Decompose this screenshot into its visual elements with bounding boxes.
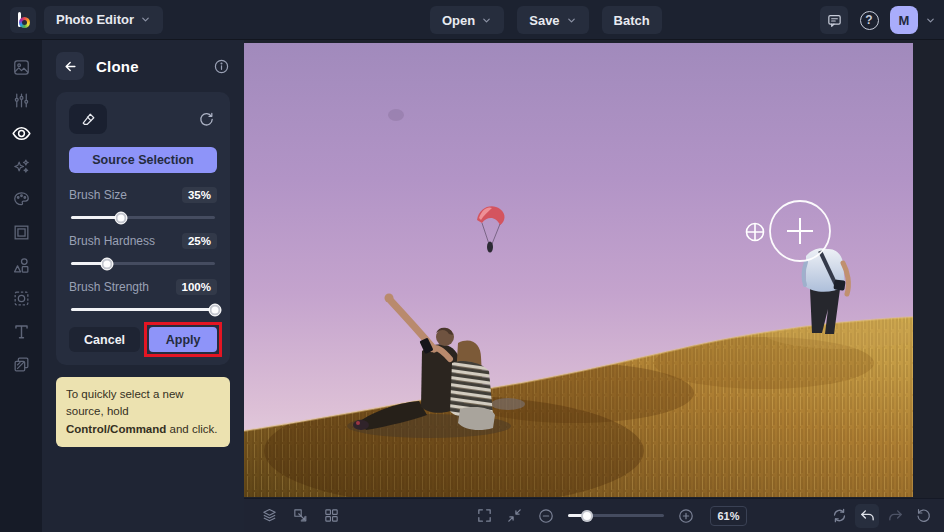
- save-button[interactable]: Save: [517, 6, 588, 34]
- sidebar-item-overlays[interactable]: [0, 282, 42, 315]
- workspace: [244, 40, 944, 498]
- open-label: Open: [442, 13, 475, 28]
- account-chevron-icon[interactable]: [925, 15, 936, 26]
- layers-icon: [261, 507, 278, 524]
- zoom-level-readout: 61%: [710, 506, 747, 526]
- brush-strength-label: Brush Strength: [69, 280, 149, 294]
- history-button[interactable]: [911, 504, 935, 528]
- redo-button[interactable]: [883, 504, 907, 528]
- overlays-icon: [12, 289, 31, 308]
- eraser-icon: [80, 111, 97, 128]
- photo-edit-icon: [12, 58, 31, 77]
- batch-label: Batch: [614, 13, 650, 28]
- logo-hole: [22, 20, 27, 25]
- layers-button[interactable]: [257, 504, 281, 528]
- sidebar-item-frames[interactable]: [0, 216, 42, 249]
- tooltip-text-bold: Control/Command: [66, 423, 166, 435]
- brush-hardness-value: 25%: [182, 233, 217, 249]
- brush-strength-group: Brush Strength 100%: [69, 279, 217, 311]
- compare-icon: [831, 507, 848, 524]
- back-arrow-icon: [63, 59, 78, 74]
- help-button[interactable]: ?: [855, 6, 883, 34]
- zoom-out-button[interactable]: [534, 504, 558, 528]
- chevron-down-icon: [481, 15, 492, 26]
- batch-button[interactable]: Batch: [602, 6, 662, 34]
- fit-screen-icon: [506, 507, 523, 524]
- save-label: Save: [529, 13, 559, 28]
- brush-hardness-slider[interactable]: [71, 262, 215, 265]
- status-toolbar: 61%: [244, 498, 944, 532]
- fit-screen-button[interactable]: [502, 504, 526, 528]
- canvas-photo[interactable]: [244, 43, 913, 497]
- brush-hardness-handle[interactable]: [101, 257, 114, 270]
- sidebar-item-text[interactable]: [0, 315, 42, 348]
- app-switcher-button[interactable]: Photo Editor: [44, 6, 163, 34]
- fullscreen-button[interactable]: [472, 504, 496, 528]
- frames-icon: [12, 223, 31, 242]
- sidebar-item-edit[interactable]: [0, 51, 42, 84]
- brush-size-handle[interactable]: [115, 211, 128, 224]
- touch-up-eye-icon: [11, 123, 32, 144]
- sidebar-item-textures[interactable]: [0, 348, 42, 381]
- open-button[interactable]: Open: [430, 6, 504, 34]
- sidebar-item-effects[interactable]: [0, 150, 42, 183]
- grid-view-button[interactable]: [319, 504, 343, 528]
- reset-button[interactable]: [196, 109, 217, 130]
- panel-title: Clone: [96, 58, 139, 75]
- adjustments-icon: [12, 91, 31, 110]
- zoom-slider-handle[interactable]: [581, 510, 593, 522]
- clone-panel: Clone Source Selection Brush Size: [42, 40, 244, 532]
- eraser-tool-button[interactable]: [69, 104, 107, 134]
- clone-source-marker: [746, 223, 764, 241]
- source-selection-button[interactable]: Source Selection: [69, 147, 217, 173]
- cancel-button[interactable]: Cancel: [69, 327, 140, 352]
- brush-size-value: 35%: [182, 187, 217, 203]
- zoom-in-button[interactable]: [674, 504, 698, 528]
- avatar[interactable]: M: [890, 6, 918, 34]
- tooltip-text-post: and click.: [166, 423, 217, 435]
- textures-icon: [12, 355, 31, 374]
- resize-icon: [292, 507, 309, 524]
- avatar-initial: M: [899, 13, 910, 28]
- chevron-down-icon: [140, 14, 151, 25]
- reset-refresh-icon: [198, 111, 215, 128]
- brush-size-group: Brush Size 35%: [69, 187, 217, 219]
- feedback-chat-icon: [826, 12, 843, 29]
- undo-button[interactable]: [855, 504, 879, 528]
- undo-icon: [859, 507, 876, 524]
- brush-strength-value: 100%: [176, 279, 217, 295]
- apply-button[interactable]: Apply: [149, 327, 217, 352]
- brush-hardness-group: Brush Hardness 25%: [69, 233, 217, 265]
- back-button[interactable]: [56, 52, 84, 80]
- sidebar-item-graphics[interactable]: [0, 249, 42, 282]
- tool-rail: [0, 40, 42, 532]
- clone-settings-card: Source Selection Brush Size 35% Brush Ha…: [56, 92, 230, 365]
- tooltip-text-pre: To quickly select a new source, hold: [66, 388, 184, 417]
- sidebar-item-adjust[interactable]: [0, 84, 42, 117]
- zoom-slider[interactable]: [568, 514, 664, 517]
- brush-size-label: Brush Size: [69, 188, 127, 202]
- artsy-palette-icon: [12, 190, 31, 209]
- feedback-chat-button[interactable]: [820, 6, 848, 34]
- app-title: Photo Editor: [56, 12, 134, 27]
- help-icon: ?: [860, 11, 879, 30]
- brush-hardness-label: Brush Hardness: [69, 234, 155, 248]
- fullscreen-icon: [476, 507, 493, 524]
- chevron-down-icon: [566, 15, 577, 26]
- photo-scene: [244, 43, 913, 497]
- resize-button[interactable]: [288, 504, 312, 528]
- compare-button[interactable]: [827, 504, 851, 528]
- brush-size-slider[interactable]: [71, 216, 215, 219]
- befunky-logo[interactable]: [10, 7, 36, 33]
- redo-icon: [887, 507, 904, 524]
- zoom-out-icon: [537, 507, 555, 525]
- top-bar: Photo Editor Open Save Batch ? M: [0, 0, 944, 40]
- brush-strength-handle[interactable]: [209, 303, 222, 316]
- zoom-in-icon: [677, 507, 695, 525]
- brush-strength-slider[interactable]: [71, 308, 215, 311]
- graphics-shapes-icon: [12, 256, 31, 275]
- hint-tooltip: To quickly select a new source, hold Con…: [56, 377, 230, 447]
- sidebar-item-artsy[interactable]: [0, 183, 42, 216]
- sidebar-item-touch-up[interactable]: [0, 117, 42, 150]
- info-button[interactable]: [213, 58, 230, 75]
